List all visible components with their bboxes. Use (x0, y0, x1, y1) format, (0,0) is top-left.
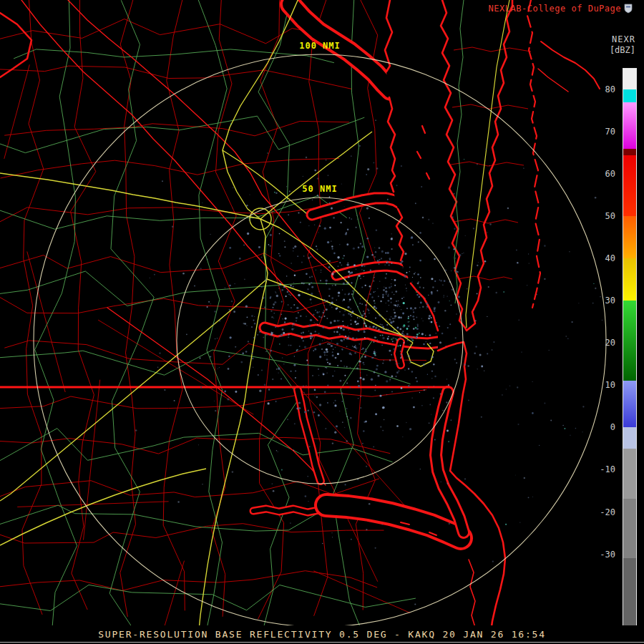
radar-echo (296, 307, 298, 309)
radar-echo (423, 287, 424, 288)
radar-echo (474, 353, 476, 355)
radar-echo (447, 296, 447, 296)
radar-echo (263, 298, 265, 299)
radar-echo (325, 428, 326, 429)
radar-echo (394, 315, 396, 317)
radar-echo (296, 317, 298, 319)
radar-echo (346, 232, 347, 233)
radar-echo (425, 335, 426, 336)
radar-echo (274, 301, 276, 303)
radar-echo (378, 328, 379, 330)
radar-echo (463, 253, 464, 253)
radar-echo (390, 321, 392, 323)
radar-echo (358, 293, 359, 294)
radar-echo (327, 402, 328, 404)
radar-echo (391, 375, 393, 377)
radar-echo (449, 523, 450, 525)
radar-echo (219, 320, 220, 321)
radar-echo (235, 346, 236, 348)
radar-echo (473, 228, 474, 229)
radar-echo (348, 270, 349, 271)
radar-echo (408, 355, 410, 357)
radar-echo (382, 317, 383, 318)
radar-echo (429, 315, 431, 317)
radar-echo (380, 323, 381, 325)
radar-echo (311, 282, 312, 283)
radar-echo (376, 229, 378, 231)
radar-echo (424, 389, 425, 391)
radar-echo (416, 294, 419, 296)
radar-echo (377, 260, 379, 262)
radar-echo (303, 392, 305, 394)
radar-echo (308, 331, 309, 331)
radar-echo (401, 165, 402, 167)
radar-echo (373, 275, 374, 275)
radar-echo (327, 343, 328, 345)
radar-echo (338, 265, 339, 267)
radar-echo (382, 430, 384, 431)
radar-echo (350, 417, 352, 419)
range-ring-label: 50 NMI (302, 184, 337, 194)
radar-echo (393, 348, 395, 351)
radar-echo (309, 446, 311, 447)
radar-echo (294, 423, 296, 424)
radar-echo (409, 363, 411, 364)
radar-echo (346, 414, 346, 414)
radar-echo (301, 333, 302, 334)
radar-echo (478, 262, 479, 263)
radar-echo (434, 258, 436, 260)
radar-echo (312, 199, 313, 200)
radar-echo (270, 311, 272, 312)
radar-echo (389, 380, 391, 381)
radar-echo (291, 328, 293, 330)
radar-echo (273, 307, 274, 308)
radar-echo (451, 419, 452, 421)
radar-echo (249, 194, 250, 195)
radar-echo (342, 321, 343, 322)
radar-echo (403, 267, 404, 268)
radar-echo (308, 325, 311, 327)
radar-echo (491, 349, 492, 351)
radar-echo (436, 290, 438, 291)
radar-echo (306, 360, 308, 361)
radar-echo (439, 341, 441, 343)
radar-echo (336, 308, 338, 309)
radar-echo (263, 337, 264, 338)
radar-echo (349, 267, 350, 268)
radar-echo (374, 336, 376, 338)
radar-echo (332, 351, 333, 353)
radar-echo (412, 316, 414, 318)
radar-echo (436, 333, 436, 333)
radar-echo (339, 411, 340, 411)
radar-echo (356, 269, 356, 270)
radar-echo (350, 308, 351, 309)
radar-echo (312, 375, 313, 376)
radar-echo (359, 226, 360, 227)
radar-echo (356, 323, 357, 325)
radar-echo (271, 316, 273, 318)
radar-echo (350, 367, 351, 369)
radar-echo (332, 355, 334, 357)
radar-echo (344, 206, 345, 207)
radar-echo (341, 265, 343, 266)
radar-echo (270, 245, 271, 246)
radar-echo (229, 247, 231, 249)
radar-echo (314, 170, 316, 172)
radar-echo (431, 278, 433, 280)
radar-echo (280, 333, 283, 336)
radar-echo (303, 255, 304, 256)
radar-echo (361, 349, 362, 350)
radar-echo (312, 268, 313, 268)
radar-echo (324, 354, 326, 356)
radar-echo (354, 352, 356, 353)
radar-echo (357, 219, 358, 220)
radar-echo (228, 368, 230, 370)
radar-echo (408, 316, 409, 318)
radar-echo (369, 313, 369, 313)
radar-echo (339, 380, 341, 382)
radar-echo (414, 318, 415, 320)
radar-echo (364, 421, 366, 424)
radar-echo (213, 323, 215, 326)
radar-echo (323, 305, 325, 306)
radar-echo (385, 252, 387, 254)
